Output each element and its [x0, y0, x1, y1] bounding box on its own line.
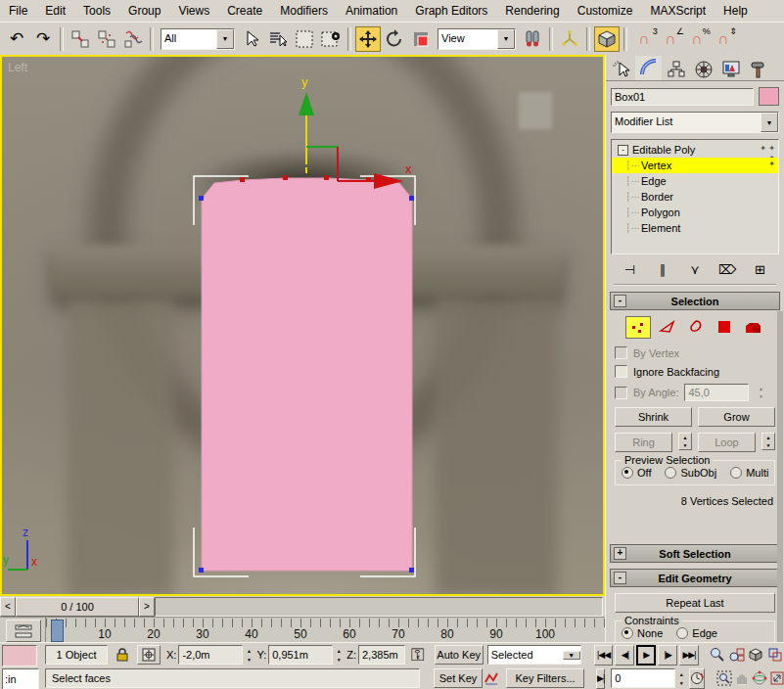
preview-multi-radio[interactable]: Multi — [730, 467, 768, 479]
y-coordinate-field[interactable]: 0,951m — [268, 645, 333, 665]
viewport-label[interactable]: Left — [8, 61, 27, 74]
vertex-mode-button[interactable] — [625, 316, 651, 339]
absolute-mode-toggle-icon[interactable] — [137, 645, 161, 665]
preview-off-radio[interactable]: Off — [622, 467, 651, 479]
next-frame-button[interactable]: |▶ — [658, 645, 677, 666]
redo-icon[interactable]: ↷ — [30, 26, 56, 52]
tab-hierarchy[interactable] — [663, 58, 689, 80]
transform-gizmo[interactable]: y x — [299, 74, 412, 189]
menu-item[interactable]: Graph Editors — [406, 0, 496, 22]
shrink-button[interactable]: Shrink — [615, 407, 692, 427]
chevron-down-icon[interactable]: ▼ — [761, 113, 778, 132]
stack-item-vertex[interactable]: ┆···Vertex ✦ — [612, 158, 778, 173]
window-crossing-toggle-icon[interactable] — [318, 26, 344, 52]
polygon-mode-button[interactable] — [713, 316, 736, 337]
configure-modifier-sets-icon[interactable]: ⊞ — [748, 259, 771, 279]
zoom-extents-all-icon[interactable] — [766, 646, 784, 665]
frame-spinner[interactable]: ▲▼ — [675, 669, 687, 687]
menu-item[interactable]: File — [0, 0, 36, 22]
bind-to-space-warp-icon[interactable] — [120, 26, 146, 52]
menu-item[interactable]: Create — [218, 0, 271, 22]
loop-spinner[interactable]: ▲▼ — [761, 433, 775, 450]
select-object-icon[interactable] — [239, 26, 264, 52]
reference-coordinate-system-combo[interactable]: View ▼ — [438, 28, 516, 50]
y-spinner[interactable]: ▲▼ — [333, 646, 345, 664]
select-and-manipulate-icon[interactable] — [557, 26, 582, 52]
menu-item[interactable]: Customize — [569, 0, 642, 22]
preview-subobj-radio[interactable]: SubObj — [665, 467, 716, 479]
set-key-button[interactable]: Set Key — [434, 668, 483, 688]
select-and-rotate-icon[interactable] — [382, 26, 407, 52]
rectangular-selection-region-icon[interactable] — [292, 26, 317, 52]
chevron-down-icon[interactable]: ▼ — [563, 651, 580, 660]
menu-item[interactable]: Views — [169, 0, 218, 22]
tab-modify[interactable] — [635, 56, 662, 80]
viewport-left[interactable]: y x z y x Left — [0, 55, 605, 596]
select-and-scale-icon[interactable] — [408, 26, 434, 52]
make-unique-icon[interactable]: ⋎ — [683, 259, 707, 279]
selection-rollout-header[interactable]: - Selection — [610, 292, 780, 310]
zoom-all-icon[interactable] — [728, 646, 746, 665]
object-name-field[interactable]: Box01 — [611, 88, 754, 106]
grow-button[interactable]: Grow — [698, 407, 775, 427]
command-panel-scrollbar[interactable] — [777, 311, 783, 642]
by-vertex-checkbox[interactable] — [615, 346, 627, 359]
snaps-cube-icon[interactable] — [594, 26, 620, 52]
tab-utilities[interactable] — [745, 58, 771, 80]
previous-frame-button[interactable]: ◀| — [615, 645, 634, 666]
auto-key-button[interactable]: Auto Key — [435, 645, 484, 665]
select-and-link-icon[interactable] — [68, 26, 93, 52]
stack-item-edge[interactable]: ┆···Edge — [612, 173, 778, 189]
use-pivot-point-center-icon[interactable] — [520, 26, 545, 52]
zoom-extents-icon[interactable] — [747, 646, 764, 665]
remove-modifier-icon[interactable]: ⌦ — [715, 259, 739, 279]
collapse-box-icon[interactable]: - — [618, 145, 628, 156]
track-bar[interactable]: 0102030405060708090100 — [0, 617, 605, 643]
maximize-viewport-icon[interactable] — [769, 669, 784, 688]
angle-snap-toggle-icon[interactable]: ∩∠ — [658, 26, 683, 52]
selection-lock-icon[interactable] — [114, 646, 131, 664]
goto-start-button[interactable]: |◀◀ — [594, 645, 614, 666]
menu-item[interactable]: Tools — [74, 0, 119, 22]
by-angle-checkbox[interactable] — [615, 387, 627, 399]
show-end-result-icon[interactable]: ∥ — [651, 259, 674, 279]
expand-icon[interactable]: + — [614, 547, 626, 560]
ring-spinner[interactable]: ▲▼ — [678, 433, 692, 450]
arc-rotate-icon[interactable] — [752, 669, 767, 688]
zoom-region-icon[interactable] — [716, 669, 732, 688]
collapse-icon[interactable]: - — [614, 572, 626, 584]
menu-item[interactable]: Help — [715, 0, 757, 22]
current-frame-field[interactable]: 0 — [611, 668, 675, 688]
object-color-swatch[interactable] — [759, 87, 779, 106]
key-mode-toggle-button[interactable]: ▶| — [596, 668, 605, 689]
stack-item-editable-poly[interactable]: - Editable Poly ✦ ✦✦ — [612, 142, 778, 158]
z-coordinate-field[interactable]: 2,385m — [358, 645, 405, 665]
edge-mode-button[interactable] — [656, 316, 679, 337]
tab-display[interactable] — [717, 58, 744, 80]
snaps-toggle-3d-icon[interactable]: ∩3 — [631, 26, 657, 52]
menu-item[interactable]: MAXScript — [641, 0, 715, 22]
stack-item-border[interactable]: ┆···Border — [612, 189, 778, 205]
constraint-none-radio[interactable]: None — [622, 627, 663, 639]
menu-item[interactable]: Rendering — [496, 0, 568, 22]
time-slider-track[interactable] — [155, 597, 603, 617]
menu-item[interactable]: Group — [119, 0, 169, 22]
select-by-name-icon[interactable] — [265, 26, 291, 52]
repeat-last-button[interactable]: Repeat Last — [615, 593, 775, 613]
key-filter-combo[interactable]: Selected ▼ — [487, 645, 581, 665]
modifier-stack[interactable]: - Editable Poly ✦ ✦✦ ┆···Vertex ✦ ┆···Ed… — [611, 139, 779, 254]
time-configuration-icon[interactable] — [689, 668, 705, 689]
selection-filter-combo[interactable]: All ▼ — [161, 28, 235, 50]
time-slider-handle[interactable]: 0 / 100 — [16, 597, 139, 617]
border-mode-button[interactable] — [684, 316, 708, 337]
menu-item[interactable]: Animation — [337, 0, 406, 22]
stack-item-element[interactable]: ┆···Element — [612, 220, 778, 236]
track-bar-thumb[interactable] — [51, 620, 64, 642]
undo-icon[interactable]: ↶ — [4, 26, 29, 52]
x-coordinate-field[interactable]: -2,0m — [178, 645, 243, 665]
editable-poly-object[interactable] — [202, 178, 412, 571]
element-mode-button[interactable] — [741, 316, 764, 337]
modifier-list-combo[interactable]: Modifier List ▼ — [611, 112, 779, 133]
set-key-big-icon[interactable]: ⚿ — [411, 646, 425, 664]
zoom-icon[interactable] — [709, 646, 726, 665]
